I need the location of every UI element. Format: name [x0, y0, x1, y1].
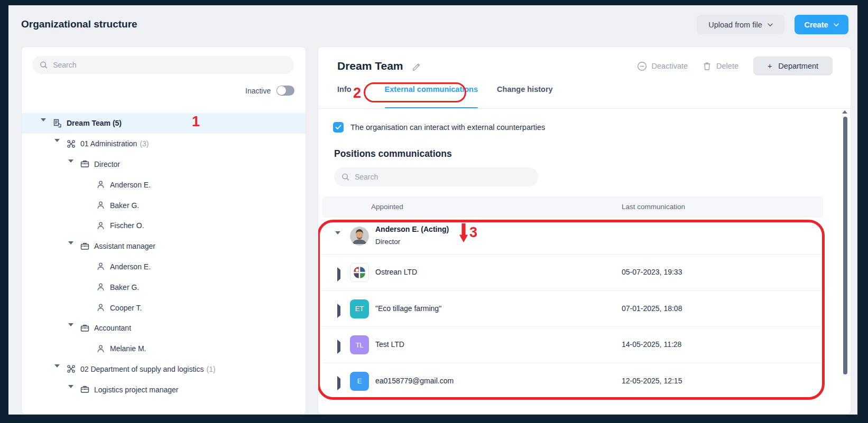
caret-down-icon[interactable] [54, 142, 60, 145]
tree-item-label: 02 Department of supply and logistics [80, 365, 204, 373]
scrollbar-thumb[interactable] [843, 117, 847, 374]
caret-down-icon[interactable] [68, 326, 73, 330]
tree-search-field[interactable] [53, 61, 287, 69]
company-logo [350, 263, 369, 282]
positions-search-input[interactable] [334, 167, 538, 186]
counterparty-initials-badge: ET [350, 299, 369, 318]
inactive-toggle[interactable] [276, 86, 294, 96]
tree-search-input[interactable] [32, 56, 294, 74]
counterparty-name: ea0158779@gmail.com [375, 377, 454, 385]
tree-item-administration[interactable]: 01 Administration (3) [22, 134, 306, 154]
tree-item-person[interactable]: Cooper T. [22, 297, 306, 318]
last-communication-date: 12-05-2025, 12:15 [622, 377, 682, 385]
trash-icon [703, 61, 712, 71]
table-group-row[interactable]: Anderson E. (Acting) Director [322, 218, 823, 255]
person-icon [96, 344, 106, 354]
tab-label: External communications [385, 85, 478, 93]
last-communication-date: 05-07-2023, 19:33 [622, 268, 682, 276]
tree-item-supply-logistics[interactable]: 02 Department of supply and logistics (1… [22, 359, 306, 380]
tree-item-label: Accountant [94, 324, 131, 332]
delete-button[interactable]: Delete [703, 61, 738, 71]
caret-down-icon[interactable] [68, 245, 73, 248]
top-bar: Organizational structure Upload from fil… [8, 5, 857, 46]
caret-right-icon[interactable] [337, 270, 340, 279]
minus-circle-icon [637, 61, 647, 71]
tab-change-history[interactable]: Change history [497, 85, 553, 106]
chevron-down-icon [768, 22, 773, 27]
communication-row[interactable]: TL Test LTD 14-05-2025, 11:28 [322, 327, 823, 363]
communication-row[interactable]: Ostrean LTD 05-07-2023, 19:33 [322, 255, 823, 291]
tree-item-label: Dream Team (5) [67, 119, 122, 127]
detail-tabs: Info External communications Change hist… [337, 85, 572, 108]
organization-icon [52, 118, 62, 128]
caret-down-icon[interactable] [54, 368, 60, 371]
deactivate-label: Deactivate [652, 62, 688, 70]
counterparty-initials-badge: TL [350, 335, 369, 354]
tab-external-communications[interactable]: External communications [385, 85, 478, 106]
caret-right-icon[interactable] [337, 379, 340, 388]
tree-item-label: Baker G. [110, 201, 139, 210]
counterparty-initials-badge: E [350, 372, 369, 391]
tree-item-label: Director [94, 160, 120, 168]
detail-title: Dream Team [337, 60, 403, 72]
tree-item-assistant-manager[interactable]: Assistant manager [22, 236, 306, 257]
create-label: Create [804, 21, 828, 29]
tree-item-person[interactable]: Baker G. [22, 195, 306, 215]
deactivate-button[interactable]: Deactivate [637, 61, 688, 71]
tree-item-label: Anderson E. [110, 181, 151, 189]
annotation-step-1: 1 [192, 114, 200, 130]
tree-item-label: Baker G. [110, 283, 139, 292]
caret-down-icon[interactable] [41, 121, 46, 125]
tab-info[interactable]: Info [337, 85, 352, 106]
department-icon [66, 139, 76, 149]
person-icon [96, 303, 106, 313]
create-button[interactable]: Create [795, 15, 848, 34]
tree-item-person[interactable]: Baker G. [22, 277, 306, 297]
org-tree-panel: Inactive Dream Team (5) 01 Administratio… [21, 46, 306, 415]
briefcase-icon [80, 241, 90, 251]
search-icon [40, 61, 48, 69]
positions-search-field[interactable] [355, 173, 531, 181]
person-icon [96, 180, 106, 190]
tree-item-label: Anderson E. [110, 262, 151, 271]
tree-item-accountant[interactable]: Accountant [22, 318, 306, 339]
chevron-down-icon [834, 22, 839, 27]
search-icon [341, 173, 349, 181]
caret-right-icon[interactable] [337, 306, 340, 316]
toggle-knob [277, 86, 286, 95]
person-icon [96, 200, 106, 210]
tree-item-person[interactable]: Anderson E. [22, 257, 306, 277]
counterparty-name: Test LTD [375, 340, 404, 349]
tree-item-logistics-project-manager[interactable]: Logistics project manager [22, 379, 306, 400]
tree-item-dream-team[interactable]: Dream Team (5) [22, 113, 306, 134]
caret-right-icon[interactable] [337, 342, 340, 352]
briefcase-icon [80, 323, 90, 333]
tree-item-person[interactable]: Anderson E. [22, 174, 306, 195]
tree-item-count: (1) [206, 365, 215, 373]
upload-from-file-label: Upload from file [708, 21, 762, 29]
page-title: Organizational structure [21, 18, 137, 30]
communication-row[interactable]: E ea0158779@gmail.com 12-05-2025, 12:15 [322, 363, 823, 400]
appointed-role: Director [375, 238, 400, 246]
communication-row[interactable]: ET "Eco tillage farming" 07-01-2025, 18:… [322, 291, 823, 327]
external-counterparties-checkbox[interactable] [333, 122, 344, 133]
caret-down-icon[interactable] [335, 234, 340, 244]
column-appointed: Appointed [371, 203, 403, 211]
add-department-button[interactable]: + Department [753, 57, 833, 76]
tree-item-count: (3) [140, 139, 149, 148]
last-communication-date: 14-05-2025, 11:28 [622, 340, 681, 349]
scrollbar-up-arrow[interactable] [842, 110, 847, 114]
check-icon [335, 125, 341, 130]
caret-down-icon[interactable] [68, 388, 73, 391]
tree-item-director[interactable]: Director [22, 154, 306, 175]
appointed-name: Anderson E. (Acting) [375, 225, 449, 233]
tree-item-person[interactable]: Melanie M. [22, 339, 306, 359]
edit-pencil-icon[interactable] [412, 61, 422, 71]
caret-down-icon[interactable] [68, 163, 73, 166]
tree-item-person[interactable]: Fischer O. [22, 215, 306, 236]
communications-table: Appointed Last communication Anderson E.… [322, 196, 823, 399]
counterparty-name: Ostrean LTD [375, 268, 417, 276]
upload-from-file-button[interactable]: Upload from file [697, 15, 784, 34]
annotation-step-3: 3 [459, 223, 477, 245]
tree-item-label: Cooper T. [110, 304, 142, 312]
